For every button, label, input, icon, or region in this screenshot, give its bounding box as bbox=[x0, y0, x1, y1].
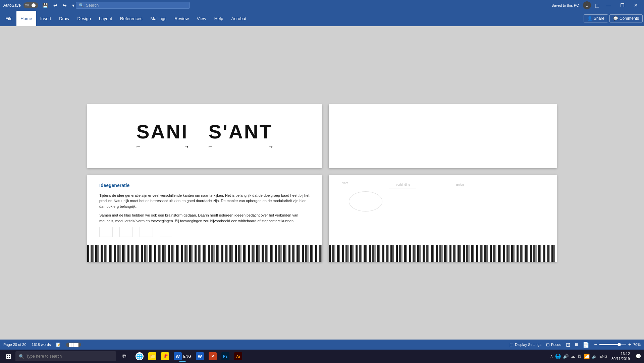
focus-label: Focus bbox=[551, 343, 561, 347]
taskbar-ai[interactable]: Ai bbox=[232, 350, 244, 362]
redo-icon[interactable]: ↪ bbox=[61, 2, 68, 9]
ai-icon: Ai bbox=[234, 352, 242, 360]
tab-mailings[interactable]: Mailings bbox=[147, 11, 171, 26]
volume-icon[interactable]: 🔊 bbox=[563, 354, 569, 359]
taskbar-pp[interactable]: P bbox=[207, 350, 219, 362]
sticky-icon: 📌 bbox=[161, 352, 169, 360]
tab-home[interactable]: Home bbox=[16, 11, 36, 26]
autosave-toggle[interactable]: Off bbox=[23, 2, 38, 8]
zoom-slider[interactable] bbox=[599, 344, 626, 345]
titlebar-left: AutoSave Off 💾 ↩ ↪ ▾ bbox=[3, 2, 76, 9]
network-icon[interactable]: 🌐 bbox=[555, 354, 561, 359]
tab-view[interactable]: View bbox=[193, 11, 210, 26]
word-count: 1618 words bbox=[32, 343, 51, 347]
taskbar-ps[interactable]: Ps bbox=[219, 350, 231, 362]
display-settings-button[interactable]: ⬚ Display Settings bbox=[509, 342, 541, 347]
search-input[interactable] bbox=[86, 3, 187, 8]
sani-word-1: SANI ⌐ → bbox=[137, 122, 189, 150]
windows-logo: ⊞ bbox=[6, 352, 11, 360]
notification-button[interactable]: 💬 bbox=[634, 352, 642, 360]
corner-bl-1: ⌐ bbox=[137, 143, 140, 150]
taskbar-explorer[interactable]: 📁 bbox=[146, 350, 158, 362]
taskbar-word2[interactable]: W bbox=[194, 350, 206, 362]
zoom-level: 70% bbox=[633, 343, 641, 347]
start-button[interactable]: ⊞ bbox=[2, 350, 15, 363]
sketch-text-1: Vom bbox=[342, 181, 348, 185]
sketch-row bbox=[99, 227, 310, 237]
share-label: Share bbox=[594, 16, 604, 21]
display-icon[interactable]: ⬚ bbox=[595, 3, 599, 8]
task-view-button[interactable]: ⧉ bbox=[118, 350, 130, 362]
tab-insert[interactable]: Insert bbox=[36, 11, 55, 26]
tab-layout[interactable]: Layout bbox=[95, 11, 116, 26]
zoom-fill bbox=[599, 344, 618, 345]
focus-button[interactable]: ⊡ Focus bbox=[546, 342, 561, 347]
editor-icon[interactable]: 📝 bbox=[56, 343, 61, 347]
word2-icon: W bbox=[196, 352, 204, 360]
zoom-thumb[interactable] bbox=[618, 343, 621, 346]
explorer-icon: 📁 bbox=[148, 352, 156, 360]
tab-help[interactable]: Help bbox=[210, 11, 227, 26]
view-web-icon[interactable]: ≡ bbox=[575, 342, 578, 348]
display-tray-icon[interactable]: 🖥 bbox=[577, 354, 582, 359]
tab-file[interactable]: File bbox=[1, 11, 16, 26]
comment-icon: 💬 bbox=[613, 16, 618, 21]
comments-button[interactable]: 💬 Comments bbox=[609, 14, 643, 22]
page-lower-right: Vom Verbinding Beleg bbox=[329, 175, 557, 262]
undo-icon[interactable]: ↩ bbox=[52, 2, 59, 9]
cloud-icon[interactable]: ☁ bbox=[571, 354, 575, 359]
tab-design[interactable]: Design bbox=[73, 11, 95, 26]
user-avatar[interactable]: U bbox=[583, 1, 591, 9]
autosave-off-label: Off bbox=[25, 4, 29, 7]
search-icon: 🔍 bbox=[79, 3, 84, 8]
task-view-icon: ⧉ bbox=[122, 353, 126, 359]
search-bar[interactable]: 🔍 bbox=[76, 2, 190, 9]
corruption-overlay-right bbox=[329, 245, 557, 262]
ribbon: File Home Insert Draw Design Layout Refe… bbox=[0, 11, 644, 26]
tab-acrobat[interactable]: Acrobat bbox=[227, 11, 251, 26]
display-settings-label: Display Settings bbox=[515, 343, 541, 347]
system-clock[interactable]: 16:12 30/11/2019 bbox=[609, 351, 632, 362]
view-print-icon[interactable]: ⊞ bbox=[566, 342, 570, 348]
word-sani: SANI bbox=[137, 122, 189, 141]
tab-references[interactable]: References bbox=[116, 11, 146, 26]
network-tray-icon[interactable]: 📶 bbox=[584, 354, 590, 359]
sketch-text-2: Verbinding bbox=[396, 183, 410, 186]
minimize-button[interactable]: — bbox=[603, 3, 613, 8]
sketch-box-3 bbox=[140, 227, 153, 237]
view-read-icon[interactable]: 📄 bbox=[583, 342, 589, 348]
page-info: Page 20 of 20 bbox=[3, 343, 26, 347]
taskbar-word[interactable]: W ENG bbox=[172, 350, 193, 362]
taskbar-chrome[interactable]: 🌐 bbox=[133, 350, 146, 362]
speaker-icon[interactable]: 🔈 bbox=[592, 354, 597, 359]
autosave-label: AutoSave bbox=[3, 3, 21, 8]
corner-br-1: → bbox=[185, 143, 189, 150]
corruption-overlay bbox=[87, 245, 322, 262]
clock-date: 30/11/2019 bbox=[611, 356, 630, 361]
tab-review[interactable]: Review bbox=[170, 11, 193, 26]
doc-status: Saved to this PC bbox=[551, 3, 579, 7]
ps-icon: Ps bbox=[221, 352, 229, 360]
user-badge: ████ bbox=[66, 343, 81, 347]
save-icon[interactable]: 💾 bbox=[41, 2, 49, 9]
share-button[interactable]: 👤 Share bbox=[584, 14, 608, 22]
clock-time: 16:12 bbox=[611, 351, 630, 356]
close-button[interactable]: ✕ bbox=[631, 3, 641, 8]
autosave-knob bbox=[32, 3, 36, 7]
word-icon: W bbox=[174, 352, 182, 360]
restore-button[interactable]: ❐ bbox=[618, 3, 627, 8]
taskbar-sticky[interactable]: 📌 bbox=[159, 350, 171, 362]
taskbar-search[interactable]: 🔍 Type here to search bbox=[15, 351, 116, 361]
system-tray: ∧ 🌐 🔊 ☁ 🖥 📶 🔈 ENG 16:12 30/11/2019 💬 bbox=[550, 351, 642, 362]
tab-draw[interactable]: Draw bbox=[55, 11, 73, 26]
sani-text-group: SANI ⌐ → S'ANT ⌐ → bbox=[137, 122, 273, 150]
document-area: SANI ⌐ → S'ANT ⌐ → bbox=[0, 26, 644, 340]
zoom-out-button[interactable]: − bbox=[594, 342, 597, 348]
sketch-line-h bbox=[389, 188, 416, 188]
zoom-in-button[interactable]: + bbox=[628, 342, 631, 348]
lang-indicator[interactable]: ENG bbox=[599, 354, 607, 358]
chrome-icon: 🌐 bbox=[136, 352, 144, 360]
corner-marks-1: ⌐ → bbox=[137, 143, 189, 150]
chevron-up-icon[interactable]: ∧ bbox=[550, 354, 553, 359]
more-icon[interactable]: ▾ bbox=[71, 2, 76, 9]
